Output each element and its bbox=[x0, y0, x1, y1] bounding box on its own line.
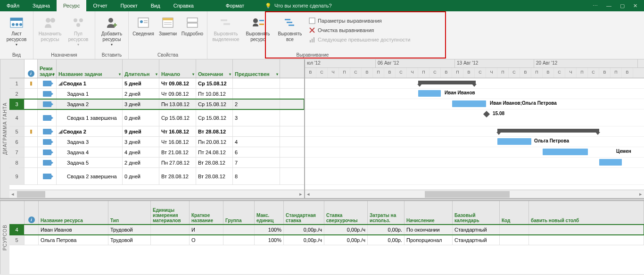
res-ot-cell[interactable]: 0,00р./ч bbox=[324, 225, 368, 234]
res-col-indicators[interactable]: i bbox=[25, 201, 39, 224]
res-std-cell[interactable]: 0,00р./ч bbox=[284, 225, 324, 234]
task-row[interactable]: 7 Задача 4 4 дней Вт 21.08.12 Пт 24.08.1… bbox=[9, 147, 304, 158]
res-col-ot[interactable]: Ставка сверхурочны bbox=[324, 201, 368, 224]
menu-file[interactable]: Файл bbox=[0, 0, 26, 11]
gantt-bar[interactable] bbox=[543, 149, 588, 155]
task-row[interactable]: 9 Сводка 2 завершена 0 дней Вт 28.08.12 … bbox=[9, 168, 304, 185]
pred-cell[interactable] bbox=[233, 89, 280, 99]
res-cost-cell[interactable]: 0,00р. bbox=[368, 225, 405, 234]
end-cell[interactable]: Пт 10.08.12 bbox=[196, 89, 233, 99]
res-short-cell[interactable]: О bbox=[190, 235, 223, 245]
end-cell[interactable]: Ср 15.08.12 bbox=[196, 99, 233, 109]
row-number[interactable]: 1 bbox=[9, 78, 25, 88]
row-number[interactable]: 2 bbox=[9, 89, 25, 99]
task-row[interactable]: 8 Задача 5 2 дней Пн 27.08.12 Вт 28.08.1… bbox=[9, 158, 304, 168]
col-name[interactable]: Название задачи▾ bbox=[57, 59, 123, 78]
gantt-bar[interactable] bbox=[418, 90, 441, 97]
task-mode-cell[interactable] bbox=[38, 126, 57, 136]
gantt-chart[interactable]: юл '1206 Авг '1213 Авг '1220 Авг '12 ВСЧ… bbox=[305, 59, 644, 198]
task-mode-cell[interactable] bbox=[38, 168, 57, 184]
menu-report[interactable]: Отчет bbox=[86, 0, 114, 11]
gantt-summary-bar[interactable] bbox=[418, 81, 476, 84]
menu-project[interactable]: Проект bbox=[114, 0, 144, 11]
res-name-cell[interactable]: Иван Иванов bbox=[39, 225, 108, 234]
col-mode[interactable]: Режи задач▾ bbox=[38, 59, 57, 78]
gantt-bar[interactable] bbox=[452, 100, 486, 107]
res-col-add[interactable]: бавить новый столб bbox=[529, 201, 644, 224]
task-name-cell[interactable]: Задача 5 bbox=[57, 158, 123, 167]
end-cell[interactable]: Ср 15.08.12 bbox=[196, 109, 233, 126]
col-predecessors[interactable]: Предшествен▾ bbox=[233, 59, 280, 78]
duration-cell[interactable]: 2 дней bbox=[123, 158, 159, 167]
res-col-cal[interactable]: Базовый календарь bbox=[453, 201, 500, 224]
gantt-milestone[interactable] bbox=[483, 111, 490, 117]
select-all-corner[interactable] bbox=[9, 59, 25, 78]
col-end[interactable]: Окончани▾ bbox=[196, 59, 233, 78]
gantt-summary-bar[interactable] bbox=[497, 129, 599, 133]
start-cell[interactable]: Вт 28.08.12 bbox=[159, 168, 196, 184]
res-name-cell[interactable]: Ольга Петрова bbox=[39, 235, 108, 245]
start-cell[interactable]: Пн 27.08.12 bbox=[159, 158, 196, 167]
res-col-std[interactable]: Стандартная ставка bbox=[284, 201, 324, 224]
res-code-cell[interactable] bbox=[500, 225, 529, 234]
end-cell[interactable]: Пн 20.08.12 bbox=[196, 137, 233, 147]
level-all-button[interactable]: Выровнять все bbox=[274, 14, 305, 43]
task-name-cell[interactable]: Задача 3 bbox=[57, 137, 123, 147]
res-unit-cell[interactable] bbox=[151, 225, 190, 234]
add-resources-button[interactable]: Добавить ресурсы ▾ bbox=[98, 14, 125, 48]
duration-cell[interactable]: 2 дней bbox=[123, 89, 159, 99]
clear-leveling-button[interactable]: Очистка выравнивания bbox=[308, 26, 413, 34]
end-cell[interactable]: Вт 28.08.12 bbox=[196, 158, 233, 167]
end-cell[interactable]: Пт 24.08.12 bbox=[196, 147, 233, 157]
task-name-cell[interactable]: ◢Сводка 2 bbox=[57, 126, 123, 136]
res-short-cell[interactable]: И bbox=[190, 225, 223, 234]
col-duration[interactable]: Длительн▾ bbox=[123, 59, 159, 78]
row-number[interactable]: 7 bbox=[9, 147, 25, 157]
res-col-accrue[interactable]: Начисление bbox=[405, 201, 453, 224]
resource-sheet-button[interactable]: Лист ресурсов ▾ bbox=[3, 14, 30, 48]
res-std-cell[interactable]: 0,00р./ч bbox=[284, 235, 324, 245]
start-cell[interactable]: Чт 09.08.12 bbox=[159, 78, 196, 88]
task-mode-cell[interactable] bbox=[38, 78, 57, 88]
row-number[interactable]: 8 bbox=[9, 158, 25, 167]
task-name-cell[interactable]: Сводка 2 завершена bbox=[57, 168, 123, 184]
res-type-cell[interactable]: Трудовой bbox=[108, 235, 151, 245]
menu-view[interactable]: Вид bbox=[144, 0, 167, 11]
row-number[interactable]: 3 bbox=[9, 99, 25, 109]
row-number[interactable]: 4 bbox=[9, 109, 25, 126]
task-hscroll[interactable]: ◂ ▸ bbox=[9, 190, 304, 198]
row-number[interactable]: 9 bbox=[9, 168, 25, 184]
res-cal-cell[interactable]: Стандартный bbox=[453, 235, 500, 245]
res-accrue-cell[interactable]: Пропорционал bbox=[405, 235, 453, 245]
duration-cell[interactable]: 3 дней bbox=[123, 99, 159, 109]
pred-cell[interactable]: 6 bbox=[233, 147, 280, 157]
end-cell[interactable]: Ср 15.08.12 bbox=[196, 78, 233, 88]
duration-cell[interactable]: 3 дней bbox=[123, 137, 159, 147]
res-col-code[interactable]: Код bbox=[500, 201, 529, 224]
res-ot-cell[interactable]: 0,00р./ч bbox=[324, 235, 368, 245]
task-row[interactable]: 3 Задача 2 3 дней Пн 13.08.12 Ср 15.08.1… bbox=[9, 99, 304, 109]
task-name-cell[interactable]: Задача 2 bbox=[57, 99, 123, 109]
duration-cell[interactable]: 0 дней bbox=[123, 109, 159, 126]
start-cell[interactable]: Ср 15.08.12 bbox=[159, 109, 196, 126]
res-group-cell[interactable] bbox=[223, 235, 255, 245]
start-cell[interactable]: Вт 21.08.12 bbox=[159, 147, 196, 157]
resource-row[interactable]: 4 Иван Иванов Трудовой И 100% 0,00р./ч 0… bbox=[9, 225, 644, 235]
task-mode-cell[interactable] bbox=[38, 89, 57, 99]
pred-cell[interactable] bbox=[233, 78, 280, 88]
start-cell[interactable]: Чт 09.08.12 bbox=[159, 89, 196, 99]
duration-cell[interactable]: 5 дней bbox=[123, 78, 159, 88]
task-name-cell[interactable]: Задача 1 bbox=[57, 89, 123, 99]
res-col-unit[interactable]: Единицы измерения материалов bbox=[151, 201, 190, 224]
res-unit-cell[interactable] bbox=[151, 235, 190, 245]
task-mode-cell[interactable] bbox=[38, 158, 57, 167]
task-mode-cell[interactable] bbox=[38, 99, 57, 109]
start-cell[interactable]: Чт 16.08.12 bbox=[159, 137, 196, 147]
task-name-cell[interactable]: Задача 4 bbox=[57, 147, 123, 157]
level-resource-button[interactable]: Выровнять ресурс bbox=[242, 14, 273, 43]
gantt-bar[interactable] bbox=[599, 159, 622, 166]
res-add-cell[interactable] bbox=[529, 235, 644, 245]
res-add-cell[interactable] bbox=[529, 225, 644, 234]
start-cell[interactable]: Пн 13.08.12 bbox=[159, 99, 196, 109]
res-col-max[interactable]: Макс. единиц bbox=[255, 201, 284, 224]
